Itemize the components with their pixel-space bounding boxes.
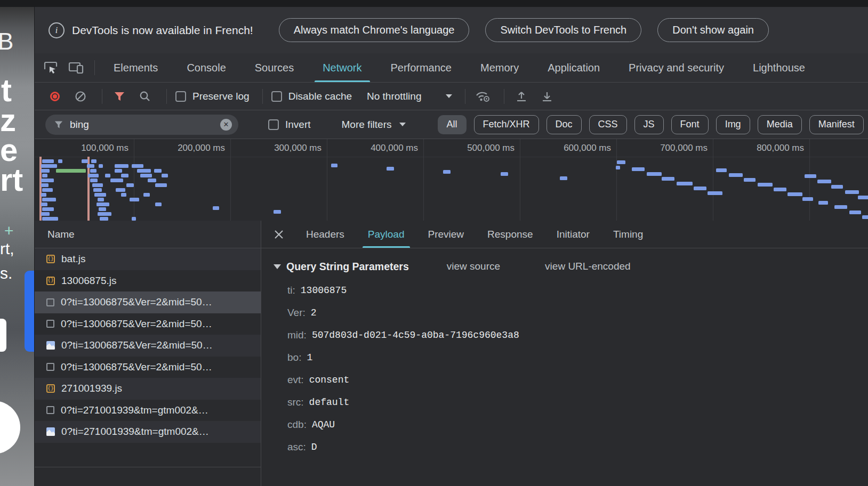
param-value: 13006875 (301, 285, 347, 296)
request-row[interactable]: 0?ti=271001939&tm=gtm002&… (35, 421, 261, 443)
request-row[interactable]: 0?ti=13006875&Ver=2&mid=50… (35, 313, 261, 335)
tab-sources[interactable]: Sources (240, 53, 308, 82)
export-har-icon[interactable] (539, 87, 556, 106)
dont-show-again-button[interactable]: Don't show again (657, 18, 769, 42)
disable-cache-checkbox[interactable] (271, 91, 282, 102)
document-file-icon (46, 406, 54, 414)
request-name: 271001939.js (61, 383, 122, 394)
detail-tab-initiator[interactable]: Initiator (545, 221, 601, 248)
network-overview-waterfall[interactable]: 100,000 ms200,000 ms300,000 ms400,000 ms… (35, 139, 868, 221)
waterfall-gridline (327, 139, 327, 221)
preserve-log-checkbox[interactable] (175, 91, 186, 102)
tab-memory[interactable]: Memory (466, 53, 533, 82)
filter-chip-fetch-xhr[interactable]: Fetch/XHR (474, 115, 539, 134)
waterfall-request-bar (41, 203, 47, 206)
invert-checkbox[interactable] (268, 119, 279, 130)
filter-input[interactable] (69, 118, 215, 131)
tab-performance[interactable]: Performance (376, 53, 467, 82)
waterfall-request-bar (143, 193, 150, 197)
detail-tab-payload[interactable]: Payload (356, 221, 416, 248)
waterfall-request-bar (858, 196, 868, 199)
page-text-fragment: + (4, 223, 14, 239)
filter-chip-manifest[interactable]: Manifest (809, 115, 864, 134)
invert-group: Invert (268, 119, 311, 131)
filter-toggle-icon[interactable] (111, 87, 128, 106)
waterfall-label-separator (35, 157, 868, 157)
request-name: 0?ti=13006875&Ver=2&mid=50… (61, 339, 213, 351)
request-list-panel: Name {}bat.js{}13006875.js0?ti=13006875&… (35, 221, 261, 486)
detail-tab-response[interactable]: Response (476, 221, 545, 248)
request-row[interactable]: 0?ti=271001939&tm=gtm002&… (35, 400, 261, 422)
waterfall-request-bar (862, 215, 868, 219)
more-filters-label: More filters (342, 119, 392, 131)
waterfall-request-bar (42, 188, 53, 192)
tab-console[interactable]: Console (172, 53, 240, 82)
request-row[interactable]: 0?ti=13006875&Ver=2&mid=50… (35, 357, 261, 378)
filter-chip-font[interactable]: Font (671, 115, 709, 134)
tab-application[interactable]: Application (533, 53, 614, 82)
waterfall-request-bar (787, 192, 802, 196)
throttling-select[interactable]: No throttling (367, 91, 452, 102)
waterfall-request-bar (115, 164, 128, 168)
request-row[interactable]: {}13006875.js (35, 270, 261, 292)
waterfall-request-bar (98, 198, 104, 201)
import-har-icon[interactable] (513, 87, 530, 106)
waterfall-request-bar (132, 217, 136, 221)
tab-network[interactable]: Network (308, 53, 376, 82)
waterfall-request-bar (818, 201, 828, 205)
name-column-header[interactable]: Name (35, 221, 261, 248)
waterfall-request-bar (716, 168, 727, 172)
filter-chip-doc[interactable]: Doc (546, 115, 582, 134)
search-icon[interactable] (136, 87, 154, 106)
request-row[interactable]: {}271001939.js (35, 378, 261, 400)
clear-network-log-icon[interactable] (72, 87, 89, 106)
request-name: 13006875.js (61, 275, 117, 287)
filter-chip-js[interactable]: JS (634, 115, 664, 134)
query-param-row: src:default (287, 391, 868, 414)
request-row[interactable]: 0?ti=13006875&Ver=2&mid=50… (35, 335, 261, 357)
network-conditions-icon[interactable] (474, 87, 491, 106)
more-filters-button[interactable]: More filters (342, 119, 406, 131)
view-url-encoded-link[interactable]: view URL-encoded (545, 261, 631, 272)
page-blue-button-fragment[interactable] (25, 271, 34, 352)
waterfall-request-bar (58, 159, 62, 163)
clear-filter-icon[interactable]: ✕ (220, 119, 232, 131)
script-file-icon: {} (46, 277, 55, 285)
script-file-icon: {} (46, 384, 55, 393)
waterfall-request-bar (94, 193, 106, 197)
request-name: bat.js (61, 253, 85, 265)
waterfall-request-bar (130, 198, 139, 201)
waterfall-request-bar (41, 179, 54, 182)
view-source-link[interactable]: view source (447, 261, 500, 272)
page-chat-fab-fragment[interactable] (0, 401, 20, 454)
param-name: bo: (287, 352, 301, 363)
filter-chip-all[interactable]: All (438, 115, 467, 134)
param-value: default (309, 397, 350, 408)
waterfall-request-bar (99, 207, 106, 211)
record-button[interactable] (46, 87, 63, 106)
waterfall-request-bar (115, 169, 122, 173)
param-name: src: (287, 396, 304, 408)
close-icon[interactable] (272, 221, 286, 248)
request-row[interactable]: {}bat.js (35, 248, 261, 270)
filter-chip-img[interactable]: Img (716, 115, 750, 134)
filter-chip-css[interactable]: CSS (589, 115, 627, 134)
detail-tab-timing[interactable]: Timing (601, 221, 655, 248)
tab-privacy-and-security[interactable]: Privacy and security (614, 53, 738, 82)
detail-tab-preview[interactable]: Preview (416, 221, 476, 248)
match-language-button[interactable]: Always match Chrome's language (279, 18, 470, 42)
tab-elements[interactable]: Elements (99, 53, 172, 82)
details-tabs: HeadersPayloadPreviewResponseInitiatorTi… (294, 221, 655, 248)
switch-to-french-button[interactable]: Switch DevTools to French (485, 18, 641, 42)
waterfall-request-bar (42, 207, 54, 211)
request-name: 0?ti=13006875&Ver=2&mid=50… (61, 318, 212, 330)
device-toolbar-icon[interactable] (68, 59, 85, 77)
filter-chip-media[interactable]: Media (758, 115, 802, 134)
query-string-parameters-header[interactable]: Query String Parameters view source view… (274, 257, 868, 276)
request-row[interactable]: 0?ti=13006875&Ver=2&mid=50… (35, 291, 261, 313)
waterfall-request-bar (88, 174, 99, 177)
inspect-element-icon[interactable] (42, 59, 59, 77)
waterfall-gridline (616, 139, 617, 221)
tab-lighthouse[interactable]: Lighthouse (738, 53, 819, 82)
detail-tab-headers[interactable]: Headers (294, 221, 356, 248)
